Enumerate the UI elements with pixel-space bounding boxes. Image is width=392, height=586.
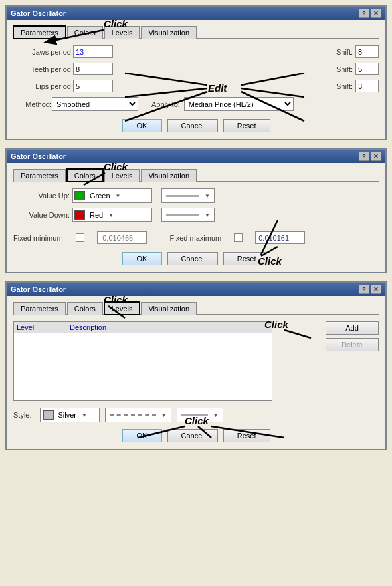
levels-main: Level Description Style: Silver ▼ (13, 321, 379, 422)
cancel-button-1[interactable]: Cancel (167, 119, 218, 132)
tab-bar-2: Parameters Colors Levels Visualization (13, 168, 379, 182)
tab-parameters-2[interactable]: Parameters (13, 169, 66, 182)
green-color-indicator (74, 191, 85, 200)
titlebar-2: Gator Oscillator ? ✕ (7, 150, 385, 163)
value-down-label: Value Down: (13, 211, 70, 219)
lips-row: Lips period: Shift: (13, 80, 379, 92)
dialog-content-3: Parameters Colors Levels Visualization L… (7, 296, 385, 449)
value-up-line-select[interactable]: ▼ (161, 188, 215, 203)
dialog-content-1: Parameters Colors Levels Visualization J… (7, 20, 385, 139)
teeth-shift-input[interactable] (355, 63, 379, 75)
fixed-min-checkbox[interactable] (76, 233, 84, 242)
tab-parameters-1[interactable]: Parameters (13, 26, 66, 39)
reset-button-3[interactable]: Reset (223, 429, 270, 442)
title-3: Gator Oscillator (11, 285, 66, 293)
value-up-dropdown-arrow: ▼ (116, 193, 121, 199)
cancel-button-3[interactable]: Cancel (167, 429, 218, 442)
ok-button-3[interactable]: OK (122, 429, 162, 442)
value-down-color-name: Red (90, 211, 103, 219)
jaws-shift-label: Shift: (336, 48, 353, 56)
teeth-shift-group: Shift: (336, 63, 379, 75)
style-width-preview (181, 414, 208, 416)
tab-visualization-3[interactable]: Visualization (141, 302, 197, 315)
value-down-dropdown-arrow: ▼ (108, 212, 114, 218)
value-down-line-preview (166, 214, 199, 216)
value-up-line-preview (166, 195, 199, 197)
teeth-shift-label: Shift: (336, 65, 353, 73)
titlebar-3: Gator Oscillator ? ✕ (7, 283, 385, 296)
tab-levels-2[interactable]: Levels (104, 169, 140, 182)
lips-shift-label: Shift: (336, 82, 353, 90)
close-button-3[interactable]: ✕ (371, 285, 381, 294)
reset-button-1[interactable]: Reset (223, 119, 270, 132)
method-label: Method: (13, 100, 52, 108)
add-button[interactable]: Add (326, 321, 379, 335)
apply-select[interactable]: Median Price (HL/2) Close Open (184, 97, 294, 111)
jaws-period-input[interactable] (73, 45, 113, 58)
levels-side: Add Delete (326, 321, 379, 422)
dialog-levels: Gator Oscillator ? ✕ Parameters Colors L… (5, 281, 387, 450)
help-button-3[interactable]: ? (359, 285, 369, 294)
close-button-2[interactable]: ✕ (371, 152, 381, 161)
value-up-color-name: Green (90, 192, 110, 200)
silver-color-indicator (43, 410, 54, 420)
fixed-min-label: Fixed minimum (13, 234, 63, 242)
level-col-header: Level (17, 323, 70, 331)
style-color-arrow: ▼ (82, 412, 87, 418)
tab-colors-3[interactable]: Colors (67, 302, 103, 315)
delete-button[interactable]: Delete (326, 338, 379, 351)
reset-button-2[interactable]: Reset (223, 252, 270, 265)
tab-parameters-3[interactable]: Parameters (13, 302, 66, 315)
lips-shift-group: Shift: (336, 80, 379, 92)
value-down-row: Value Down: Red ▼ ▼ (13, 208, 379, 222)
jaws-shift-group: Shift: (336, 45, 379, 58)
style-line-arrow: ▼ (161, 412, 167, 418)
levels-left: Level Description Style: Silver ▼ (13, 321, 312, 422)
lips-period-input[interactable] (73, 80, 113, 92)
style-width-select[interactable]: ▼ (177, 408, 223, 422)
value-up-color-select[interactable]: Green ▼ (72, 188, 152, 203)
lips-shift-input[interactable] (355, 80, 379, 92)
tab-visualization-1[interactable]: Visualization (141, 26, 197, 39)
fixed-max-input[interactable] (255, 231, 305, 244)
style-line-select[interactable]: ▼ (105, 408, 171, 422)
ok-button-1[interactable]: OK (122, 119, 162, 132)
help-button-2[interactable]: ? (359, 152, 369, 161)
value-up-line-arrow: ▼ (205, 193, 210, 199)
fixed-max-label: Fixed maximum (170, 234, 222, 242)
value-down-color-select[interactable]: Red ▼ (72, 208, 152, 222)
close-button-1[interactable]: ✕ (371, 9, 381, 18)
ok-button-2[interactable]: OK (122, 252, 162, 265)
cancel-button-2[interactable]: Cancel (167, 252, 218, 265)
fixed-row: Fixed minimum Fixed maximum (13, 231, 379, 244)
method-select[interactable]: Smoothed Simple Exponential (52, 97, 138, 111)
teeth-period-input[interactable] (73, 63, 113, 75)
dialog-content-2: Parameters Colors Levels Visualization V… (7, 163, 385, 272)
lips-period-label: Lips period: (13, 82, 73, 90)
tab-colors-1[interactable]: Colors (67, 26, 103, 39)
button-row-2: OK Cancel Reset (13, 252, 379, 265)
tab-colors-2[interactable]: Colors (67, 169, 103, 182)
dialog-parameters: Gator Oscillator ? ✕ Parameters Colors L… (5, 5, 387, 140)
fixed-min-input[interactable] (97, 231, 147, 244)
levels-table-header: Level Description (14, 322, 272, 333)
value-down-line-select[interactable]: ▼ (161, 208, 215, 222)
fixed-max-checkbox[interactable] (234, 233, 243, 242)
jaws-row: Jaws period: Shift: (13, 45, 379, 58)
tab-levels-3[interactable]: Levels (104, 302, 140, 315)
tab-levels-1[interactable]: Levels (104, 26, 140, 39)
titlebar-buttons-3: ? ✕ (359, 285, 381, 294)
dialog-colors: Gator Oscillator ? ✕ Parameters Colors L… (5, 148, 387, 273)
value-up-row: Value Up: Green ▼ ▼ (13, 188, 379, 203)
jaws-period-label: Jaws period: (13, 48, 73, 56)
levels-table[interactable]: Level Description (13, 321, 272, 401)
title-2: Gator Oscillator (11, 152, 66, 160)
style-row: Style: Silver ▼ ▼ ▼ (13, 408, 312, 422)
style-width-arrow: ▼ (213, 412, 219, 418)
help-button-1[interactable]: ? (359, 9, 369, 18)
jaws-shift-input[interactable] (355, 45, 379, 58)
tab-visualization-2[interactable]: Visualization (141, 169, 197, 182)
style-color-select[interactable]: Silver ▼ (40, 408, 100, 422)
titlebar-1: Gator Oscillator ? ✕ (7, 7, 385, 20)
apply-label: Apply to: (151, 100, 180, 108)
